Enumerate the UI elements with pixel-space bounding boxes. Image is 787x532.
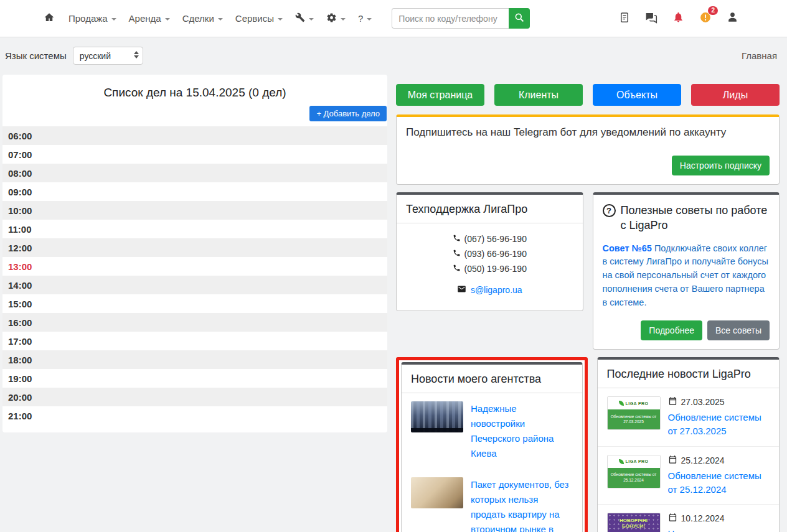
menu-sdelki[interactable]: Сделки xyxy=(176,8,229,29)
notifications-button[interactable] xyxy=(672,11,684,26)
agency-news-title: Новости моего агентства xyxy=(402,365,582,393)
add-task-button[interactable]: + Добавить дело xyxy=(309,106,387,121)
breadcrumb: Главная xyxy=(742,50,777,61)
add-task-row: + Добавить дело xyxy=(2,101,387,126)
time-slot-current[interactable]: 13:00 xyxy=(2,257,387,276)
messages-button[interactable] xyxy=(645,11,657,26)
phone-icon xyxy=(453,234,461,244)
journal-icon xyxy=(619,12,630,26)
news-item: НОВОРІЧНІ БОНУСИ! 10.12.2024 Новогодняя … xyxy=(598,505,780,532)
time-slot[interactable]: 18:00 xyxy=(2,350,387,369)
question-circle-icon xyxy=(603,204,616,217)
time-slot[interactable]: 11:00 xyxy=(2,220,387,238)
time-slot[interactable]: 15:00 xyxy=(2,294,387,313)
home-icon xyxy=(44,12,55,26)
agency-news-card: Новости моего агентства Надежные новостр… xyxy=(401,362,583,532)
menu-label: Сделки xyxy=(182,13,214,24)
time-slot[interactable]: 20:00 xyxy=(2,388,387,406)
news-thumbnail[interactable] xyxy=(411,477,463,508)
news-item: Надежные новостройки Печерского района К… xyxy=(402,393,582,469)
my-page-button[interactable]: Моя страница xyxy=(396,84,484,106)
calendar-icon xyxy=(668,396,677,408)
gear-icon xyxy=(326,12,337,25)
tip-text: Совет №65 Подключайте своих коллег в сис… xyxy=(593,238,780,312)
chevron-down-icon xyxy=(165,18,170,21)
news-thumbnail[interactable]: НОВОРІЧНІ БОНУСИ! xyxy=(607,513,661,532)
support-tips-row: Техподдержка ЛигаПро (067) 56-96-190 (09… xyxy=(396,192,780,350)
time-slot[interactable]: 09:00 xyxy=(2,182,387,201)
news-date: 27.03.2025 xyxy=(668,396,770,408)
time-slot[interactable]: 19:00 xyxy=(2,369,387,388)
alerts-button[interactable]: 2 xyxy=(699,11,712,26)
time-slot[interactable]: 12:00 xyxy=(2,238,387,257)
search-icon xyxy=(514,12,524,24)
menu-servisy[interactable]: Сервисы xyxy=(229,8,289,29)
news-thumbnail[interactable] xyxy=(411,401,463,432)
profile-button[interactable] xyxy=(727,11,738,26)
chevron-down-icon xyxy=(309,18,314,21)
news-link[interactable]: Обновление системы от 25.12.2024 xyxy=(668,469,770,497)
leads-button[interactable]: Лиды xyxy=(691,84,780,106)
time-slot[interactable]: 10:00 xyxy=(2,201,387,220)
phone-icon xyxy=(453,264,461,274)
tips-card: Полезные советы по работе с LigaPro Сове… xyxy=(593,192,780,350)
search-input[interactable] xyxy=(392,8,509,29)
news-link[interactable]: Обновление системы от 27.03.2025 xyxy=(668,411,770,438)
all-tips-button[interactable]: Все советы xyxy=(707,320,770,340)
support-title: Техподдержка ЛигаПро xyxy=(397,195,583,223)
news-link[interactable]: Новогодняя акция на пополнение счета! xyxy=(668,527,770,532)
time-slot[interactable]: 07:00 xyxy=(2,145,387,164)
menu-label: Продажа xyxy=(68,13,108,24)
todo-title: Список дел на 15.04.2025 (0 дел) xyxy=(2,83,387,101)
navbar-icons: 2 xyxy=(619,11,738,26)
chevron-down-icon xyxy=(218,18,223,21)
chevron-down-icon xyxy=(111,18,116,21)
news-date: 25.12.2024 xyxy=(668,455,770,466)
news-item: LIGA PRO Обновление системы от 25.12.202… xyxy=(598,447,780,505)
time-slot[interactable]: 21:00 xyxy=(2,406,387,425)
news-link[interactable]: Пакет документов, без которых нельзя про… xyxy=(471,477,573,532)
phone-icon xyxy=(453,249,461,259)
news-item: LIGA PRO Обновление системы от 27.03.202… xyxy=(598,388,780,447)
main-content: Список дел на 15.04.2025 (0 дел) + Добав… xyxy=(0,75,787,532)
news-thumbnail[interactable]: LIGA PRO Обновление системы от 27.03.202… xyxy=(607,396,661,430)
menu-arenda[interactable]: Аренда xyxy=(123,8,176,29)
clients-button[interactable]: Клиенты xyxy=(494,84,583,106)
journal-button[interactable] xyxy=(619,12,630,26)
todo-card: Список дел на 15.04.2025 (0 дел) + Добав… xyxy=(2,75,387,432)
telegram-subscribe-button[interactable]: Настроить подписку xyxy=(672,156,770,175)
support-email-link[interactable]: s@ligapro.ua xyxy=(457,284,522,296)
support-phone: (093) 66-96-190 xyxy=(453,249,527,259)
subheader: Язык системы русский Главная xyxy=(0,37,787,75)
chat-icon xyxy=(645,11,657,26)
highlight-rectangle: Новости моего агентства Надежные новостр… xyxy=(396,357,588,532)
news-thumbnail[interactable]: LIGA PRO Обновление системы от 25.12.202… xyxy=(607,455,661,488)
settings-menu[interactable] xyxy=(320,7,352,30)
time-slot[interactable]: 16:00 xyxy=(2,313,387,332)
time-slot[interactable]: 06:00 xyxy=(2,126,387,145)
support-phone: (067) 56-96-190 xyxy=(453,234,527,244)
tools-menu[interactable] xyxy=(289,7,320,29)
chevron-down-icon xyxy=(367,18,372,21)
ligapro-news-card: Последние новости LigaPro LIGA PRO Обнов… xyxy=(597,357,780,532)
home-button[interactable] xyxy=(44,7,62,30)
news-link[interactable]: Надежные новостройки Печерского района К… xyxy=(471,401,573,461)
help-label: ? xyxy=(358,13,363,24)
calendar-icon xyxy=(668,513,677,524)
menu-label: Сервисы xyxy=(235,13,274,24)
chevron-down-icon xyxy=(278,18,283,21)
search-button[interactable] xyxy=(509,8,530,29)
language-label: Язык системы xyxy=(5,50,67,61)
menu-prodazha[interactable]: Продажа xyxy=(62,8,123,29)
time-slot[interactable]: 17:00 xyxy=(2,332,387,350)
time-slot[interactable]: 08:00 xyxy=(2,164,387,182)
time-slot[interactable]: 14:00 xyxy=(2,276,387,294)
chevron-down-icon xyxy=(341,18,346,21)
calendar-icon xyxy=(668,455,677,466)
language-select[interactable]: русский xyxy=(73,47,143,65)
tip-more-button[interactable]: Подробнее xyxy=(641,320,702,340)
objects-button[interactable]: Объекты xyxy=(593,84,681,106)
help-menu[interactable]: ? xyxy=(352,8,378,29)
bell-icon xyxy=(672,11,684,26)
news-row: Новости моего агентства Надежные новостр… xyxy=(396,357,780,532)
